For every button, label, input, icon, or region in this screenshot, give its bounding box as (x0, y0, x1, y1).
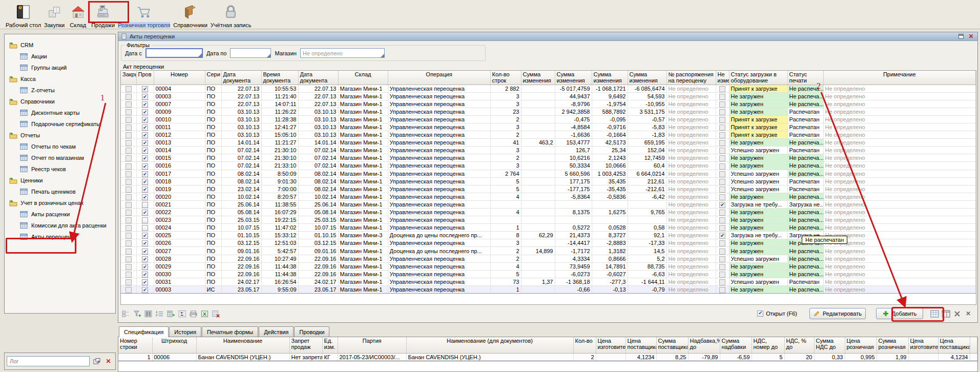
column-header[interactable]: Сумма надбавки (720, 337, 752, 353)
toolbar-item-sales[interactable]: Продажи (90, 1, 116, 29)
checkbox[interactable] (719, 171, 725, 177)
checkbox[interactable] (126, 187, 132, 193)
checkbox[interactable] (126, 125, 132, 131)
checkbox[interactable] (142, 233, 148, 239)
log-search-input[interactable]: Лог (7, 356, 90, 366)
checkbox[interactable] (126, 233, 132, 239)
column-header[interactable]: Не измен (716, 71, 729, 85)
checkbox[interactable] (126, 202, 132, 208)
checkbox[interactable] (719, 249, 725, 255)
checkbox[interactable] (126, 225, 132, 231)
column-header[interactable]: Закры (121, 71, 136, 85)
column-header[interactable]: Цена поставщика (625, 337, 656, 353)
column-header[interactable]: Цена изготовите (596, 337, 625, 353)
checkbox[interactable] (719, 233, 725, 239)
column-header[interactable]: Номер строки (118, 337, 152, 353)
table-row[interactable]: 100006Банан CAVENDISH (УЦЕН.)Нет запрета… (118, 353, 977, 361)
tree-item[interactable]: Подарочные сертификаты (5, 118, 115, 130)
checkbox[interactable] (142, 194, 148, 200)
checkbox[interactable] (142, 163, 148, 170)
checkbox[interactable] (142, 109, 148, 115)
edit-button[interactable]: Редактировать (809, 308, 866, 319)
checkbox[interactable] (719, 101, 725, 108)
checkbox[interactable] (126, 279, 132, 285)
checkbox[interactable] (126, 86, 132, 92)
column-header[interactable]: Цена поставщика (938, 337, 970, 353)
date-from-input[interactable] (145, 48, 203, 58)
checkbox[interactable] (126, 264, 132, 270)
checkbox[interactable] (142, 179, 148, 185)
toolbar-item-desktop[interactable]: Рабочий стол (4, 1, 43, 29)
checkbox[interactable] (142, 117, 148, 123)
close-icon[interactable]: ✕ (967, 33, 975, 40)
checkbox[interactable] (126, 194, 132, 200)
column-header[interactable]: Склад (338, 71, 388, 85)
column-header[interactable]: Цена изготовите (908, 337, 938, 353)
checkbox[interactable] (142, 287, 148, 293)
checkbox[interactable] (142, 187, 148, 193)
toolbar-item-retail[interactable]: Розничная торговля (116, 1, 172, 29)
column-header[interactable]: Сумма изменения (521, 71, 555, 85)
detach-window-icon[interactable] (92, 357, 101, 366)
column-header[interactable]: НДС, номер до (752, 337, 784, 353)
delgrid-icon[interactable] (211, 309, 221, 318)
checkbox[interactable] (142, 210, 148, 216)
filter-icon[interactable] (132, 309, 142, 318)
checkbox[interactable] (126, 240, 132, 246)
tree-folder[interactable]: CRM (5, 39, 115, 51)
column-header[interactable]: № распоряжения на переоценку (666, 71, 716, 85)
toolbar-item-purchases[interactable]: Закупки (43, 1, 66, 29)
column-header[interactable]: Кол-во строк (490, 71, 521, 85)
grid-icon[interactable] (929, 309, 940, 318)
checkbox[interactable] (719, 240, 725, 246)
store-select[interactable]: Не определено (300, 48, 385, 58)
printer-icon[interactable] (188, 309, 198, 318)
tree-item[interactable]: Z-отчеты (5, 85, 115, 96)
tab-3[interactable]: Действия (259, 326, 294, 337)
table-row[interactable]: 00013ПО14.01.1411:21:2714.01.14Магазин М… (121, 139, 976, 147)
close-icon[interactable]: ✕ (963, 309, 973, 318)
tree-item[interactable]: Комиссии для акта расценки (5, 220, 115, 231)
checkbox[interactable] (719, 217, 725, 223)
checkbox[interactable] (126, 249, 132, 255)
column-header[interactable]: Сумма розничная (877, 337, 908, 353)
checkbox[interactable] (142, 171, 148, 177)
table-row[interactable]: 00028ПО22.09.1610:27:4922.09.16Магазин М… (121, 255, 976, 262)
checkbox[interactable] (126, 101, 132, 108)
column-header[interactable]: НДС, % до (784, 337, 814, 353)
checkbox[interactable] (719, 125, 725, 131)
close-icon[interactable]: ✕ (103, 357, 113, 366)
maximize-icon[interactable] (957, 33, 965, 40)
close-gray-icon[interactable] (952, 309, 962, 318)
table-row[interactable]: 00024ПО10.07.1511:47:0210.07.15Магазин М… (121, 224, 976, 232)
checkbox[interactable] (719, 187, 725, 193)
toolbar-item-account[interactable]: Учётная запись (209, 1, 253, 29)
calc-icon[interactable] (165, 309, 176, 318)
panel-icon[interactable] (941, 309, 951, 318)
checkbox[interactable] (719, 272, 725, 278)
checkbox[interactable] (126, 132, 132, 138)
column-header[interactable]: Сумма изменения (592, 71, 628, 85)
table-row[interactable]: 00023ПО25.03.1519:22:1525.03.15Магазин М… (121, 216, 976, 224)
column-header[interactable]: Пров (136, 71, 154, 85)
column-header[interactable]: Дата документа (221, 71, 261, 85)
column-header[interactable]: Время документа (261, 71, 298, 85)
column-header[interactable]: Сумма НДС до (814, 337, 845, 353)
checkbox[interactable] (142, 140, 148, 146)
tab-1[interactable]: История (169, 326, 201, 337)
table-row[interactable]: 00004ПО22.07.1310:55:5322.07.13Магазин М… (121, 85, 976, 92)
date-to-input[interactable] (230, 48, 271, 58)
checkbox[interactable] (126, 256, 132, 262)
table-row[interactable]: 00010ПО03.10.1311:28:3803.10.13Магазин М… (121, 115, 976, 123)
tree-item[interactable]: Дисконтные карты (5, 107, 115, 118)
tree-folder[interactable]: Ценники (5, 175, 115, 186)
table-row[interactable]: 00007ПО22.07.1314:07:1122.07.13Магазин М… (121, 100, 976, 108)
checkbox[interactable] (126, 163, 132, 170)
column-header[interactable]: Кол-во (573, 337, 596, 353)
column-header[interactable]: Статус печати (787, 71, 823, 85)
tree-item[interactable]: Печать ценников (5, 186, 115, 197)
table-row[interactable]: 00020ПО10.02.148:20:5710.02.14Магазин Ми… (121, 193, 976, 200)
checkbox[interactable] (719, 86, 725, 92)
checkbox[interactable] (126, 272, 132, 278)
excel-icon[interactable]: X (199, 309, 210, 318)
